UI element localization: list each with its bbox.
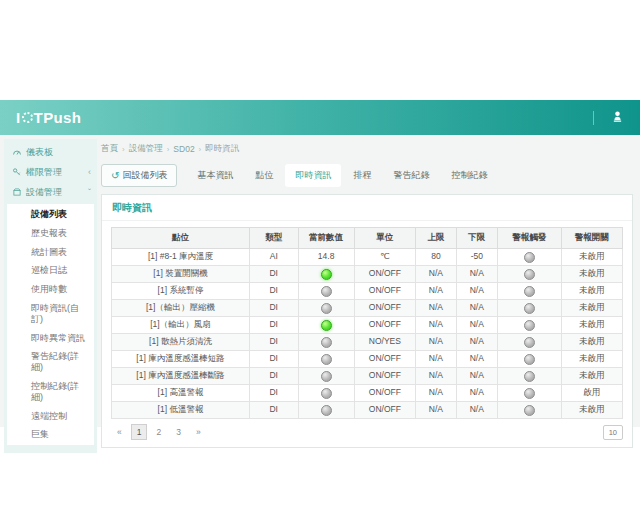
cell-unit: ON/OFF [354,300,415,317]
sidebar-subitem[interactable]: 控制紀錄(詳細) [7,377,94,407]
breadcrumb-item[interactable]: 設備管理 [129,143,163,155]
sidebar-item-label: 設備管理 [26,188,62,197]
cell-upper: N/A [416,300,457,317]
cell-trigger [497,402,561,419]
sidebar-subitem[interactable]: 巨集 [7,425,94,444]
status-led-gray [524,320,535,331]
status-led-green [321,320,332,331]
logo-text-suffix: TPush [34,109,82,126]
cell-upper: N/A [416,368,457,385]
cell-type: DI [249,317,298,334]
status-led-gray [321,337,332,348]
cell-trigger [497,351,561,368]
logo-text-prefix: I [16,109,21,126]
cell-value [298,368,354,385]
page-size-select[interactable]: 10 [603,425,623,440]
sidebar-subitem[interactable]: 設備列表 [7,205,94,224]
table-row: [1] 庫內溫度感溫棒斷路DION/OFFN/AN/A未啟用 [112,368,623,385]
cell-value [298,317,354,334]
cell-type: DI [249,266,298,283]
cell-upper: N/A [416,266,457,283]
sidebar-subitem[interactable]: 使用時數 [7,280,94,299]
breadcrumb-item[interactable]: 首頁 [101,143,118,155]
cell-unit: ON/OFF [354,283,415,300]
sidebar-item-dashboard[interactable]: 儀表板 [4,142,97,162]
cell-unit: ON/OFF [354,385,415,402]
tab-排程[interactable]: 排程 [343,164,381,187]
cell-point: [1] 庫內溫度感溫棒短路 [112,351,250,368]
pagination-page-2[interactable]: 2 [150,424,167,440]
breadcrumb-separator: › [199,145,202,154]
cell-unit: ON/OFF [354,402,415,419]
pagination-next[interactable]: » [190,424,207,440]
column-header: 類型 [249,228,298,249]
cell-switch: 未啟用 [561,402,622,419]
column-header: 單位 [354,228,415,249]
status-led-gray [524,405,535,416]
column-header: 警報開關 [561,228,622,249]
table-row: [1] 散熱片須清洗DINO/YESN/AN/A未啟用 [112,334,623,351]
cell-value [298,334,354,351]
main-column: 首頁›設備管理›SD02›即時資訊 ↺ 回設備列表 基本資訊點位即時資訊排程警告… [101,143,633,448]
sidebar-subitem[interactable]: 即時資訊(自訂) [7,299,94,329]
sidebar-item-devices[interactable]: 設備管理ˇ [4,182,97,202]
sidebar-subitem[interactable]: 即時異常資訊 [7,329,94,348]
back-to-device-list-button[interactable]: ↺ 回設備列表 [101,164,177,187]
cell-value [298,351,354,368]
sidebar-item-label: 儀表板 [26,148,53,157]
panel-title: 即時資訊 [102,195,632,221]
sidebar-subitem[interactable]: 遠端控制 [7,407,94,426]
user-menu-button[interactable] [594,100,640,135]
cell-point: [1] 散熱片須清洗 [112,334,250,351]
pagination-prev[interactable]: « [111,424,128,440]
cell-switch: 未啟用 [561,283,622,300]
sidebar-subitem[interactable]: 統計圖表 [7,243,94,262]
sidebar-item-permissions[interactable]: 權限管理‹ [4,162,97,182]
logo-o-icon [22,112,33,123]
key-icon [12,167,22,177]
cell-switch: 未啟用 [561,300,622,317]
cell-value [298,283,354,300]
status-led-gray [321,354,332,365]
breadcrumb-item[interactable]: SD02 [173,144,194,154]
pager-row: «123» 10 [102,419,632,447]
sidebar-subitem[interactable]: 警告紀錄(詳細) [7,347,94,377]
cell-upper: N/A [416,385,457,402]
sidebar: 儀表板權限管理‹設備管理ˇ 設備列表歷史報表統計圖表巡檢日誌使用時數即時資訊(自… [4,139,97,453]
tab-點位[interactable]: 點位 [245,164,283,187]
cell-type: DI [249,300,298,317]
status-led-gray [524,252,535,263]
cell-switch: 啟用 [561,385,622,402]
cell-type: DI [249,368,298,385]
tab-即時資訊[interactable]: 即時資訊 [285,164,341,187]
cell-type: DI [249,351,298,368]
user-icon [611,109,624,127]
column-header: 上限 [416,228,457,249]
sidebar-subitem[interactable]: 巡檢日誌 [7,261,94,280]
pagination-page-3[interactable]: 3 [170,424,187,440]
table-header-row: 點位類型當前數值單位上限下限警報觸發警報開關 [112,228,623,249]
status-led-gray [524,269,535,280]
tab-控制紀錄[interactable]: 控制紀錄 [441,164,497,187]
sidebar-subitem[interactable]: 歷史報表 [7,224,94,243]
table-row: [1] 高溫警報DION/OFFN/AN/A啟用 [112,385,623,402]
cell-switch: 未啟用 [561,368,622,385]
cell-point: [1] #8-1 庫內溫度 [112,249,250,266]
tab-基本資訊[interactable]: 基本資訊 [187,164,243,187]
status-led-gray [321,405,332,416]
cell-type: AI [249,249,298,266]
status-led-gray [524,286,535,297]
cell-type: DI [249,283,298,300]
pagination-page-1[interactable]: 1 [131,424,148,440]
app-header: I TPush [0,100,640,135]
pagination: «123» [111,424,207,440]
tab-警告紀錄[interactable]: 警告紀錄 [383,164,439,187]
table-row: [1]（輸出）壓縮機DION/OFFN/AN/A未啟用 [112,300,623,317]
cell-trigger [497,266,561,283]
undo-icon: ↺ [111,171,119,181]
app-logo: I TPush [16,109,81,126]
cell-switch: 未啟用 [561,334,622,351]
cell-trigger [497,300,561,317]
cell-point: [1] 庫內溫度感溫棒斷路 [112,368,250,385]
status-led-gray [524,354,535,365]
